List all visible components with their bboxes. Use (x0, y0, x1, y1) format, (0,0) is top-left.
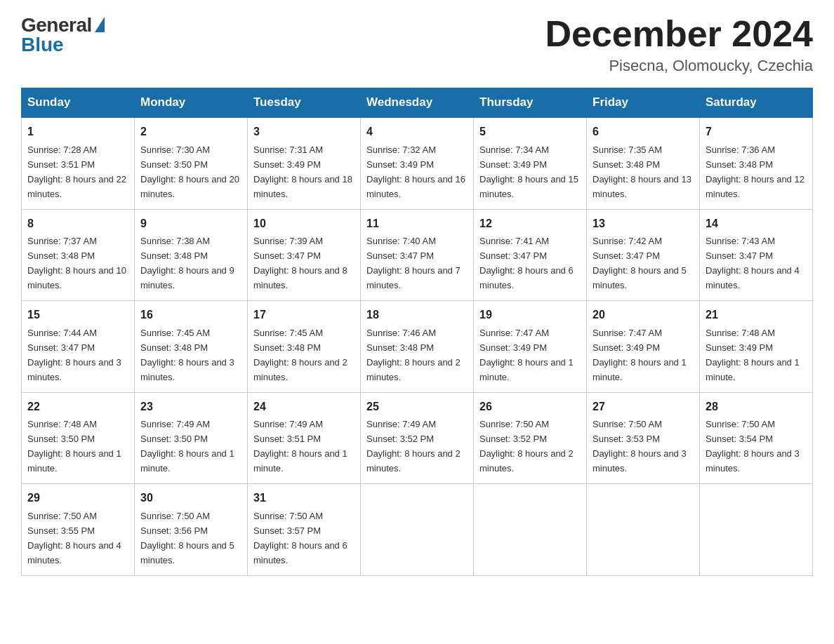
day-number: 22 (27, 398, 128, 416)
day-info: Sunrise: 7:46 AMSunset: 3:48 PMDaylight:… (366, 328, 461, 382)
day-number: 31 (253, 490, 355, 507)
logo-blue-text: Blue (21, 34, 64, 56)
day-info: Sunrise: 7:50 AMSunset: 3:56 PMDaylight:… (140, 511, 234, 565)
day-info: Sunrise: 7:32 AMSunset: 3:49 PMDaylight:… (366, 145, 465, 199)
day-info: Sunrise: 7:38 AMSunset: 3:48 PMDaylight:… (140, 236, 234, 290)
day-info: Sunrise: 7:47 AMSunset: 3:49 PMDaylight:… (479, 328, 574, 382)
table-row: 22 Sunrise: 7:48 AMSunset: 3:50 PMDaylig… (22, 392, 135, 483)
table-row: 29 Sunrise: 7:50 AMSunset: 3:55 PMDaylig… (22, 484, 135, 575)
table-row: 13 Sunrise: 7:42 AMSunset: 3:47 PMDaylig… (587, 209, 700, 300)
table-row: 5 Sunrise: 7:34 AMSunset: 3:49 PMDayligh… (474, 117, 587, 209)
col-monday: Monday (135, 88, 248, 118)
day-info: Sunrise: 7:44 AMSunset: 3:47 PMDaylight:… (27, 328, 121, 382)
col-thursday: Thursday (474, 88, 587, 118)
table-row: 2 Sunrise: 7:30 AMSunset: 3:50 PMDayligh… (135, 117, 248, 209)
table-row: 8 Sunrise: 7:37 AMSunset: 3:48 PMDayligh… (22, 209, 135, 300)
day-number: 14 (706, 215, 807, 233)
day-number: 17 (253, 307, 355, 324)
day-info: Sunrise: 7:50 AMSunset: 3:53 PMDaylight:… (593, 419, 687, 474)
table-row (587, 484, 700, 575)
day-number: 6 (593, 123, 694, 141)
table-row: 23 Sunrise: 7:49 AMSunset: 3:50 PMDaylig… (135, 392, 248, 483)
col-wednesday: Wednesday (361, 88, 474, 118)
table-row: 17 Sunrise: 7:45 AMSunset: 3:48 PMDaylig… (248, 301, 361, 392)
day-info: Sunrise: 7:41 AMSunset: 3:47 PMDaylight:… (479, 236, 574, 290)
table-row (361, 484, 474, 575)
table-row: 25 Sunrise: 7:49 AMSunset: 3:52 PMDaylig… (361, 392, 474, 483)
day-number: 10 (253, 215, 355, 233)
page-header: General Blue December 2024 Pisecna, Olom… (21, 14, 813, 75)
col-friday: Friday (587, 88, 700, 118)
table-row: 4 Sunrise: 7:32 AMSunset: 3:49 PMDayligh… (361, 117, 474, 209)
day-number: 19 (479, 307, 581, 324)
logo-triangle-icon (95, 17, 105, 32)
table-row: 3 Sunrise: 7:31 AMSunset: 3:49 PMDayligh… (248, 117, 361, 209)
day-info: Sunrise: 7:37 AMSunset: 3:48 PMDaylight:… (27, 236, 126, 290)
calendar-week-5: 29 Sunrise: 7:50 AMSunset: 3:55 PMDaylig… (22, 484, 813, 575)
day-info: Sunrise: 7:50 AMSunset: 3:55 PMDaylight:… (27, 511, 121, 565)
table-row: 16 Sunrise: 7:45 AMSunset: 3:48 PMDaylig… (135, 301, 248, 392)
day-info: Sunrise: 7:36 AMSunset: 3:48 PMDaylight:… (706, 145, 805, 199)
day-number: 24 (253, 398, 355, 416)
day-info: Sunrise: 7:42 AMSunset: 3:47 PMDaylight:… (593, 236, 687, 290)
table-row: 12 Sunrise: 7:41 AMSunset: 3:47 PMDaylig… (474, 209, 587, 300)
table-row: 18 Sunrise: 7:46 AMSunset: 3:48 PMDaylig… (361, 301, 474, 392)
table-row: 30 Sunrise: 7:50 AMSunset: 3:56 PMDaylig… (135, 484, 248, 575)
location-subtitle: Pisecna, Olomoucky, Czechia (545, 57, 813, 75)
day-info: Sunrise: 7:45 AMSunset: 3:48 PMDaylight:… (140, 328, 234, 382)
table-row: 31 Sunrise: 7:50 AMSunset: 3:57 PMDaylig… (248, 484, 361, 575)
day-info: Sunrise: 7:45 AMSunset: 3:48 PMDaylight:… (253, 328, 348, 382)
table-row (474, 484, 587, 575)
day-number: 5 (479, 123, 581, 141)
day-info: Sunrise: 7:35 AMSunset: 3:48 PMDaylight:… (593, 145, 691, 199)
table-row: 27 Sunrise: 7:50 AMSunset: 3:53 PMDaylig… (587, 392, 700, 483)
day-number: 2 (140, 123, 241, 141)
day-info: Sunrise: 7:31 AMSunset: 3:49 PMDaylight:… (253, 145, 352, 199)
day-number: 13 (593, 215, 694, 233)
day-info: Sunrise: 7:48 AMSunset: 3:49 PMDaylight:… (706, 328, 800, 382)
day-info: Sunrise: 7:49 AMSunset: 3:50 PMDaylight:… (140, 419, 234, 474)
table-row: 20 Sunrise: 7:47 AMSunset: 3:49 PMDaylig… (587, 301, 700, 392)
table-row: 9 Sunrise: 7:38 AMSunset: 3:48 PMDayligh… (135, 209, 248, 300)
table-row: 7 Sunrise: 7:36 AMSunset: 3:48 PMDayligh… (700, 117, 813, 209)
col-sunday: Sunday (22, 88, 135, 118)
day-number: 15 (27, 307, 128, 324)
day-info: Sunrise: 7:50 AMSunset: 3:54 PMDaylight:… (706, 419, 800, 474)
col-saturday: Saturday (700, 88, 813, 118)
day-number: 9 (140, 215, 241, 233)
day-number: 23 (140, 398, 241, 416)
calendar-week-2: 8 Sunrise: 7:37 AMSunset: 3:48 PMDayligh… (22, 209, 813, 300)
day-info: Sunrise: 7:49 AMSunset: 3:52 PMDaylight:… (366, 419, 461, 474)
day-number: 18 (366, 307, 468, 324)
day-number: 3 (253, 123, 355, 141)
table-row: 6 Sunrise: 7:35 AMSunset: 3:48 PMDayligh… (587, 117, 700, 209)
table-row: 26 Sunrise: 7:50 AMSunset: 3:52 PMDaylig… (474, 392, 587, 483)
day-info: Sunrise: 7:50 AMSunset: 3:57 PMDaylight:… (253, 511, 348, 565)
day-info: Sunrise: 7:49 AMSunset: 3:51 PMDaylight:… (253, 419, 348, 474)
day-info: Sunrise: 7:40 AMSunset: 3:47 PMDaylight:… (366, 236, 461, 290)
calendar-header-row: Sunday Monday Tuesday Wednesday Thursday… (22, 88, 813, 118)
day-number: 20 (593, 307, 694, 324)
table-row: 15 Sunrise: 7:44 AMSunset: 3:47 PMDaylig… (22, 301, 135, 392)
table-row: 11 Sunrise: 7:40 AMSunset: 3:47 PMDaylig… (361, 209, 474, 300)
col-tuesday: Tuesday (248, 88, 361, 118)
table-row: 21 Sunrise: 7:48 AMSunset: 3:49 PMDaylig… (700, 301, 813, 392)
calendar-table: Sunday Monday Tuesday Wednesday Thursday… (21, 88, 813, 575)
month-year-title: December 2024 (545, 14, 813, 54)
table-row (700, 484, 813, 575)
table-row: 24 Sunrise: 7:49 AMSunset: 3:51 PMDaylig… (248, 392, 361, 483)
table-row: 1 Sunrise: 7:28 AMSunset: 3:51 PMDayligh… (22, 117, 135, 209)
day-number: 28 (706, 398, 807, 416)
table-row: 28 Sunrise: 7:50 AMSunset: 3:54 PMDaylig… (700, 392, 813, 483)
day-info: Sunrise: 7:34 AMSunset: 3:49 PMDaylight:… (479, 145, 578, 199)
day-number: 21 (706, 307, 807, 324)
day-info: Sunrise: 7:39 AMSunset: 3:47 PMDaylight:… (253, 236, 348, 290)
day-info: Sunrise: 7:30 AMSunset: 3:50 PMDaylight:… (140, 145, 239, 199)
calendar-week-4: 22 Sunrise: 7:48 AMSunset: 3:50 PMDaylig… (22, 392, 813, 483)
table-row: 10 Sunrise: 7:39 AMSunset: 3:47 PMDaylig… (248, 209, 361, 300)
day-info: Sunrise: 7:47 AMSunset: 3:49 PMDaylight:… (593, 328, 687, 382)
day-number: 16 (140, 307, 241, 324)
table-row: 19 Sunrise: 7:47 AMSunset: 3:49 PMDaylig… (474, 301, 587, 392)
day-number: 25 (366, 398, 468, 416)
logo: General Blue (21, 14, 105, 56)
